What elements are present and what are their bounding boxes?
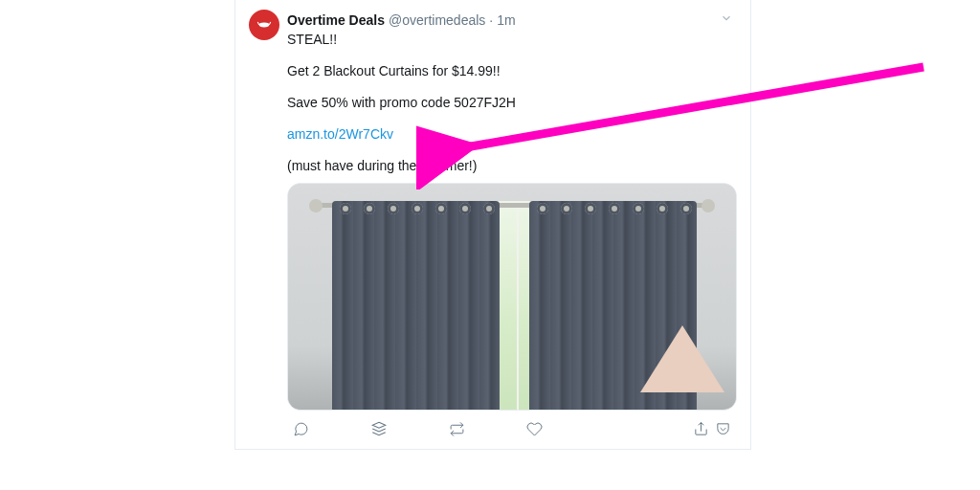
stack-icon xyxy=(370,420,388,437)
text-line-offer: Get 2 Blackout Curtains for $14.99!! xyxy=(287,62,737,80)
reply-button[interactable] xyxy=(293,421,309,437)
product-image xyxy=(288,184,736,410)
tweet-name-line: Overtime Deals @overtimedeals · 1m xyxy=(287,10,737,31)
like-button[interactable] xyxy=(526,421,543,437)
chevron-down-icon xyxy=(720,11,733,25)
tweet-text: STEAL!! Get 2 Blackout Curtains for $14.… xyxy=(287,31,737,175)
buffer-button[interactable] xyxy=(370,420,388,437)
share-tray-icon xyxy=(693,421,709,437)
short-link[interactable]: amzn.to/2Wr7Ckv xyxy=(287,126,393,142)
retweet-icon xyxy=(449,421,465,437)
user-handle[interactable]: @overtimedeals xyxy=(389,11,485,29)
reply-icon xyxy=(293,421,309,437)
tweet-menu-caret[interactable] xyxy=(716,10,737,31)
tweet-card: Overtime Deals @overtimedeals · 1m STEAL… xyxy=(234,0,751,450)
share-button[interactable] xyxy=(693,421,731,437)
svg-point-1 xyxy=(259,23,270,28)
text-line-steal: STEAL!! xyxy=(287,31,737,49)
text-line-note: (must have during the summer!) xyxy=(287,157,737,175)
heart-icon xyxy=(526,421,543,437)
display-name[interactable]: Overtime Deals xyxy=(287,11,385,29)
pocket-icon xyxy=(715,421,731,437)
text-line-promo: Save 50% with promo code 5027FJ2H xyxy=(287,94,737,112)
tweet-action-bar xyxy=(287,411,737,441)
avatar-logo-icon xyxy=(256,16,273,33)
tweet-media[interactable] xyxy=(287,183,737,411)
avatar[interactable] xyxy=(249,10,279,40)
separator-dot: · xyxy=(489,11,493,29)
retweet-button[interactable] xyxy=(449,421,465,437)
tweet-body: Overtime Deals @overtimedeals · 1m STEAL… xyxy=(287,10,737,441)
timestamp[interactable]: 1m xyxy=(497,11,515,29)
tweet-header: Overtime Deals @overtimedeals · 1m STEAL… xyxy=(249,10,737,441)
